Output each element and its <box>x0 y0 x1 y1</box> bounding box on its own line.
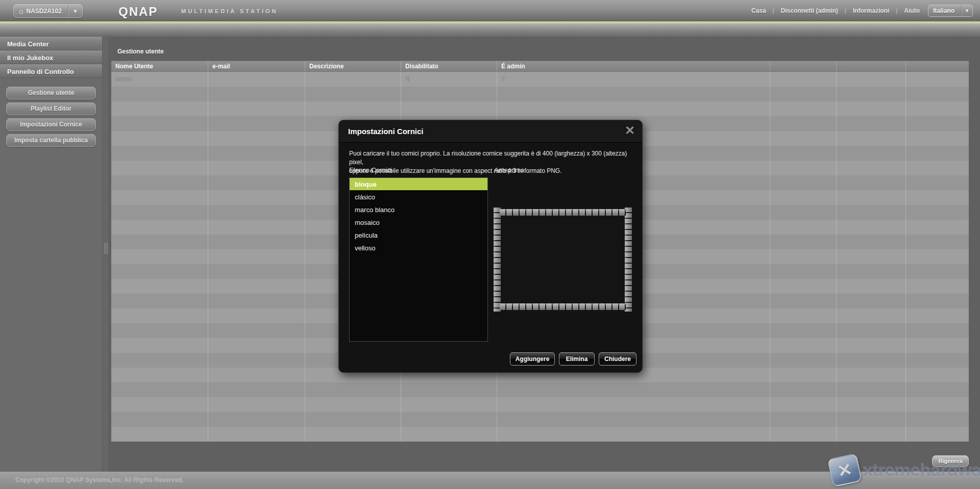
dialog-description: Puoi caricare il tuo cornici proprio. La… <box>349 149 636 175</box>
frame-settings-dialog: Impostazioni Cornici ✕ Puoi caricare il … <box>338 120 643 373</box>
frame-list-item[interactable]: marco blanco <box>350 203 487 216</box>
close-icon[interactable]: ✕ <box>625 124 635 137</box>
preview-label: Anteprima <box>494 166 524 174</box>
frame-list-item[interactable]: clásico <box>350 191 487 203</box>
frame-preview <box>494 208 632 312</box>
frame-list-item[interactable]: mosaico <box>350 216 487 229</box>
description-line: Puoi caricare il tuo cornici proprio. La… <box>349 149 636 167</box>
frame-tile-bottom <box>500 303 626 310</box>
dialog-button-row: AggiungereEliminaChiudere <box>339 352 636 366</box>
dialog-button-aggiungere[interactable]: Aggiungere <box>510 352 555 366</box>
dialog-title-bar: Impostazioni Cornici ✕ <box>339 120 642 143</box>
dialog-title: Impostazioni Cornici <box>348 127 424 136</box>
frame-list: bloqueclásicomarco blancomosaicopelícula… <box>349 177 488 342</box>
frame-list-label: Elenco Cornici <box>349 166 392 174</box>
frame-tile-top <box>500 209 626 216</box>
dialog-button-chiudere[interactable]: Chiudere <box>599 352 636 366</box>
frame-tile-right <box>625 208 632 312</box>
frame-list-item[interactable]: película <box>350 229 487 242</box>
description-line: oppure è possibile utilizzare un'immagin… <box>349 167 636 175</box>
dialog-button-elimina[interactable]: Elimina <box>559 352 595 366</box>
frame-list-item[interactable]: velloso <box>350 242 487 254</box>
frame-list-item[interactable]: bloque <box>350 178 487 191</box>
frame-tile-left <box>494 208 501 312</box>
